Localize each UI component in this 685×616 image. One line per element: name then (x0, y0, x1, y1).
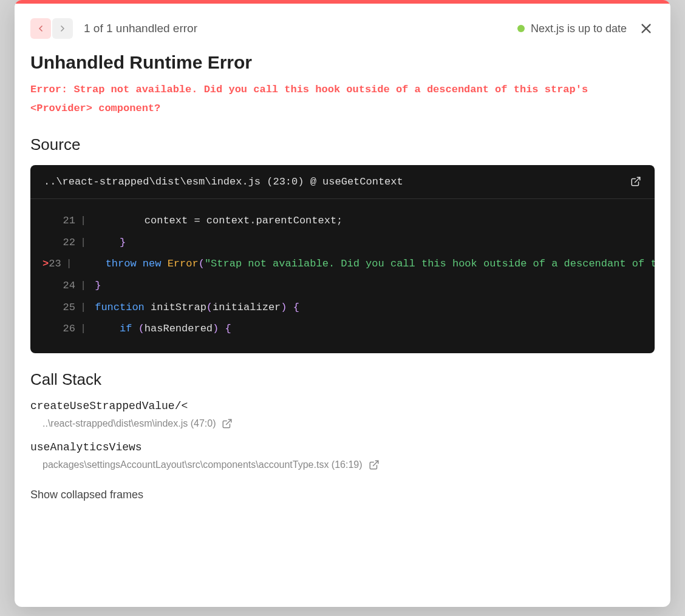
open-in-editor-button[interactable] (630, 176, 641, 187)
line-number: 25 (53, 297, 75, 319)
call-stack-heading: Call Stack (30, 370, 655, 389)
error-title: Unhandled Runtime Error (30, 52, 655, 73)
line-marker: > (43, 253, 49, 275)
svg-line-2 (635, 178, 640, 183)
gutter-pipe: | (75, 210, 95, 232)
external-link-icon (222, 418, 233, 429)
source-code-block: ..\react-strapped\dist\esm\index.js (23:… (30, 165, 655, 353)
source-path: ..\react-strapped\dist\esm\index.js (23:… (44, 176, 403, 188)
stack-frame: createUseStrappedValue/<..\react-strappe… (30, 400, 655, 429)
frame-location-text: ..\react-strapped\dist\esm\index.js (47:… (43, 418, 216, 429)
code-line: 22| } (30, 232, 655, 254)
chevron-right-icon (58, 24, 67, 33)
overlay-header: 1 of 1 unhandled error Next.js is up to … (30, 18, 655, 39)
error-nav (30, 18, 73, 39)
close-icon (639, 22, 653, 35)
code-line: >23| throw new Error("Strap not availabl… (30, 253, 655, 275)
open-in-editor-button[interactable] (369, 459, 380, 470)
error-message: Error: Strap not available. Did you call… (30, 80, 655, 118)
gutter-pipe: | (61, 253, 81, 275)
show-collapsed-frames-button[interactable]: Show collapsed frames (30, 489, 143, 501)
external-link-icon (369, 459, 380, 470)
code-text: throw new Error("Strap not available. Di… (81, 253, 655, 275)
code-line: 25|function initStrap(initializer) { (30, 297, 655, 319)
chevron-left-icon (36, 24, 46, 33)
code-text: context = context.parentContext; (95, 210, 342, 232)
code-line: 26| if (hasRendered) { (30, 318, 655, 340)
line-number: 21 (53, 210, 75, 232)
frame-function: createUseStrappedValue/< (30, 400, 655, 412)
line-number: 22 (53, 232, 75, 254)
line-number: 23 (49, 253, 61, 275)
source-heading: Source (30, 135, 655, 154)
code-line: 21| context = context.parentContext; (30, 210, 655, 232)
nextjs-status: Next.js is up to date (517, 22, 627, 35)
open-in-editor-button[interactable] (222, 418, 233, 429)
code-text: if (hasRendered) { (95, 318, 231, 340)
call-stack-list: createUseStrappedValue/<..\react-strappe… (30, 400, 655, 470)
line-number: 24 (53, 275, 75, 297)
status-text: Next.js is up to date (531, 22, 627, 35)
external-link-icon (630, 176, 641, 187)
stack-frame: useAnalyticsViewspackages\settingsAccoun… (30, 441, 655, 470)
frame-location: ..\react-strapped\dist\esm\index.js (47:… (30, 418, 655, 429)
status-dot-icon (517, 25, 525, 32)
gutter-pipe: | (75, 318, 95, 340)
close-button[interactable] (638, 20, 655, 37)
gutter-pipe: | (75, 275, 95, 297)
svg-line-3 (227, 419, 231, 424)
prev-error-button[interactable] (30, 18, 51, 39)
frame-function: useAnalyticsViews (30, 441, 655, 453)
error-overlay: 1 of 1 unhandled error Next.js is up to … (15, 0, 670, 607)
frame-location-text: packages\settingsAccountLayout\src\compo… (43, 459, 363, 470)
error-counter: 1 of 1 unhandled error (84, 22, 197, 35)
svg-line-4 (373, 461, 378, 465)
gutter-pipe: | (75, 297, 95, 319)
code-line: 24|} (30, 275, 655, 297)
code-text: } (95, 232, 126, 254)
gutter-pipe: | (75, 232, 95, 254)
source-code-lines: 21| context = context.parentContext;22| … (30, 199, 655, 353)
line-number: 26 (53, 318, 75, 340)
code-text: function initStrap(initializer) { (95, 297, 299, 319)
next-error-button[interactable] (52, 18, 73, 39)
code-text: } (95, 275, 101, 297)
frame-location: packages\settingsAccountLayout\src\compo… (30, 459, 655, 470)
